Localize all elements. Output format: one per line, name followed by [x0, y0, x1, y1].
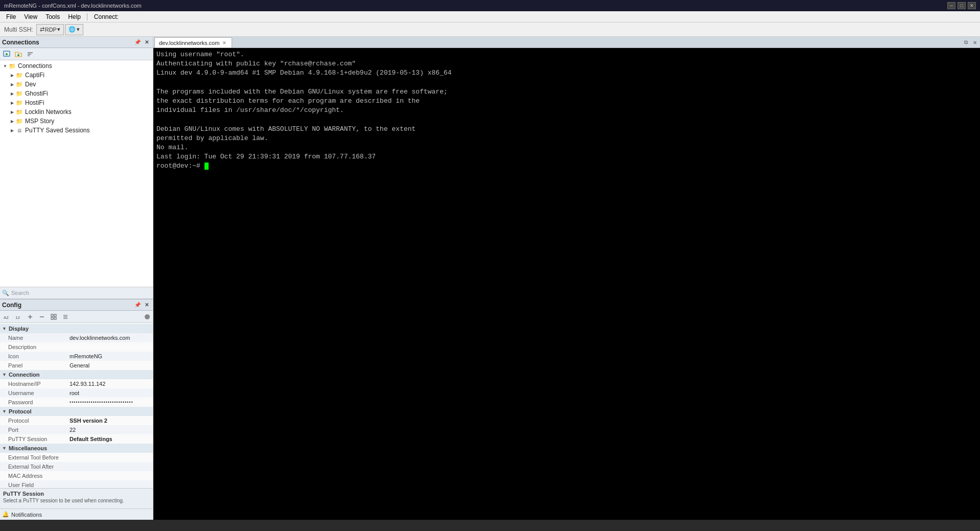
- config-section-protocol[interactable]: ▼ Protocol: [0, 407, 153, 416]
- tab-close-all-icon[interactable]: ✕: [971, 38, 979, 47]
- tree-item-mspstory[interactable]: ▶ 📁 MSP Story: [0, 117, 153, 126]
- config-sort-num-btn[interactable]: 12: [13, 312, 24, 322]
- bell-icon: 🔔: [2, 511, 9, 518]
- folder-icon-captifi: 📁: [15, 71, 24, 79]
- maximize-button[interactable]: □: [958, 2, 966, 9]
- config-content: ▼ Display Name dev.locklinnetworks.com D…: [0, 323, 153, 488]
- folder-icon-mspstory: 📁: [15, 117, 24, 125]
- config-grid-btn[interactable]: [48, 312, 59, 322]
- expander-captifi: ▶: [9, 72, 15, 78]
- multi-ssh-label: Multi SSH:: [2, 26, 35, 33]
- config-section-connection[interactable]: ▼ Connection: [0, 370, 153, 379]
- notifications-bar[interactable]: 🔔 Notifications: [0, 509, 153, 520]
- config-value-icon: mRemoteNG: [70, 353, 149, 359]
- tree-item-connections[interactable]: ▼ 📁 Connections: [0, 61, 153, 71]
- config-panel: Config 📌 ✕ AZ 12: [0, 299, 153, 488]
- config-label-description: Description: [8, 344, 70, 350]
- close-config-icon[interactable]: ✕: [143, 301, 151, 309]
- sort-btn[interactable]: [25, 49, 36, 59]
- connections-toolbar: [0, 48, 153, 60]
- main-container: Connections 📌 ✕: [0, 37, 980, 520]
- tab-close-icon[interactable]: ✕: [221, 40, 227, 46]
- globe-chevron-icon: ▾: [77, 26, 80, 33]
- terminal-content[interactable]: Using username "root". Authenticating wi…: [153, 48, 980, 520]
- config-list-btn[interactable]: [60, 312, 71, 322]
- menu-help[interactable]: Help: [64, 12, 85, 21]
- tree-item-captifi[interactable]: ▶ 📁 CaptiFi: [0, 71, 153, 80]
- config-label-user-field: User Field: [8, 482, 70, 488]
- config-section-misc[interactable]: ▼ Miscellaneous: [0, 444, 153, 453]
- svg-rect-13: [51, 314, 53, 316]
- connections-header-left: Connections: [2, 39, 39, 46]
- tree-label-putty: PuTTY Saved Sessions: [25, 127, 90, 134]
- tree-item-putty[interactable]: ▶ 🖥 PuTTY Saved Sessions: [0, 126, 153, 135]
- config-value-password: ••••••••••••••••••••••••••••••: [70, 400, 149, 405]
- config-row-panel: Panel General: [0, 361, 153, 370]
- config-title: Config: [2, 302, 21, 309]
- config-sort-alpha-btn[interactable]: AZ: [1, 312, 12, 322]
- tree-item-hostifi[interactable]: ▶ 📁 HostiFi: [0, 98, 153, 107]
- minimize-button[interactable]: ─: [947, 2, 955, 9]
- tree-label-connections: Connections: [18, 62, 52, 70]
- rdp-dropdown-btn[interactable]: ⇄ RDP ▾: [36, 24, 64, 35]
- tree-item-dev[interactable]: ▶ 📁 Dev: [0, 80, 153, 89]
- tree-item-locklin[interactable]: ▶ 📁 Locklin Networks: [0, 107, 153, 117]
- tab-bar-tabs: dev.locklinnetworks.com ✕: [154, 37, 233, 48]
- terminal-line-2: Authenticating with public key "rchase@r…: [156, 60, 356, 67]
- tab-dev-locklinnetworks[interactable]: dev.locklinnetworks.com ✕: [154, 37, 232, 48]
- config-row-port: Port 22: [0, 425, 153, 434]
- config-collapse-btn[interactable]: [36, 312, 48, 322]
- svg-rect-15: [51, 317, 53, 319]
- arrow-misc-icon: ▼: [2, 446, 7, 451]
- close-button[interactable]: ✕: [968, 2, 976, 9]
- arrow-protocol-icon: ▼: [2, 409, 7, 414]
- new-connection-btn[interactable]: [1, 49, 12, 59]
- arrow-connection-icon: ▼: [2, 372, 7, 377]
- left-status: PuTTY Session Select a PuTTY session to …: [0, 488, 153, 509]
- tab-restore-icon[interactable]: ⧉: [962, 38, 970, 47]
- pin-config-icon[interactable]: 📌: [133, 301, 142, 309]
- menu-tools[interactable]: Tools: [41, 12, 64, 21]
- config-row-username: Username root: [0, 388, 153, 398]
- config-value-protocol: SSH version 2: [70, 418, 149, 424]
- config-section-display[interactable]: ▼ Display: [0, 324, 153, 333]
- config-section-misc-label: Miscellaneous: [9, 445, 47, 451]
- folder-icon-locklin: 📁: [15, 108, 24, 116]
- config-row-ext-before: External Tool Before: [0, 453, 153, 462]
- menu-connect[interactable]: Connect:: [89, 12, 123, 22]
- config-label-hostname: Hostname/IP: [8, 381, 70, 387]
- terminal-line-6: the exact distribution terms for each pr…: [156, 97, 420, 105]
- config-expand-btn[interactable]: [25, 312, 36, 322]
- new-folder-btn[interactable]: [13, 49, 24, 59]
- terminal-line-9: Debian GNU/Linux comes with ABSOLUTELY N…: [156, 125, 416, 133]
- config-section-display-label: Display: [9, 326, 29, 332]
- close-connections-icon[interactable]: ✕: [143, 38, 151, 47]
- menu-bar: File View Tools Help Connect:: [0, 11, 980, 22]
- terminal-line-11: No mail.: [156, 144, 188, 151]
- search-placeholder[interactable]: Search: [11, 290, 29, 296]
- tree-label-hostifi: HostiFi: [25, 99, 44, 106]
- connections-panel: Connections 📌 ✕: [0, 37, 153, 299]
- folder-icon-hostifi: 📁: [15, 99, 24, 107]
- config-header-left: Config: [2, 302, 21, 309]
- tree-item-ghostifi[interactable]: ▶ 📁 GhostiFi: [0, 89, 153, 98]
- pin-icon[interactable]: 📌: [133, 38, 142, 47]
- config-section-protocol-label: Protocol: [9, 408, 32, 414]
- config-status-circle: [145, 314, 150, 319]
- terminal-cursor: [204, 163, 209, 170]
- globe-btn[interactable]: 🌐 ▾: [65, 24, 83, 35]
- config-label-ext-after: External Tool After: [8, 464, 70, 470]
- menu-view[interactable]: View: [20, 12, 41, 21]
- expander-ghostifi: ▶: [9, 90, 15, 97]
- config-value-username: root: [70, 390, 149, 396]
- config-section-connection-label: Connection: [9, 372, 40, 378]
- menu-file[interactable]: File: [2, 12, 20, 21]
- connections-tree: ▼ 📁 Connections ▶ 📁 CaptiFi ▶ 📁 Dev: [0, 60, 153, 287]
- tree-label-captifi: CaptiFi: [25, 72, 44, 79]
- config-label-username: Username: [8, 390, 70, 396]
- svg-rect-16: [54, 317, 56, 319]
- terminal-line-10: permitted by applicable law.: [156, 134, 268, 142]
- config-label-icon: Icon: [8, 353, 70, 359]
- tree-label-mspstory: MSP Story: [25, 118, 54, 125]
- left-status-text: Select a PuTTY session to be used when c…: [3, 498, 150, 503]
